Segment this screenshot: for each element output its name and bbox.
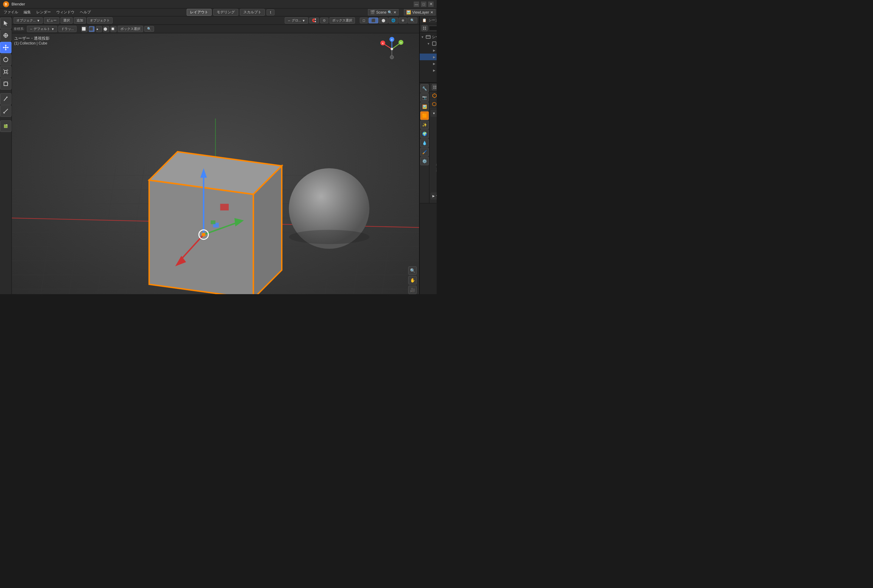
outliner-item-light[interactable]: ▶ Light 👁 📷: [420, 60, 436, 67]
viewport-overlay-5[interactable]: 🔲: [111, 26, 117, 32]
mode-selector[interactable]: オブジェク... ▼: [14, 17, 43, 24]
rotation-z-row: Z 0° 🔒: [433, 154, 436, 161]
properties-content-area: ☰ ↕ Cube 📌: [429, 83, 436, 203]
scale-z-row: Z 1.000 🔒: [433, 183, 436, 190]
render-mode[interactable]: 🌐: [388, 18, 398, 23]
solid-mode[interactable]: ⬛: [369, 18, 378, 23]
xray-toggle[interactable]: 🔍: [408, 18, 417, 23]
outliner-panel-toggle[interactable]: [422, 25, 428, 31]
tool-move[interactable]: [0, 42, 12, 53]
menu-file[interactable]: ファイル: [1, 9, 21, 15]
prop-tab-render[interactable]: 📷: [420, 93, 429, 102]
prop-tab-object[interactable]: 🟧: [420, 111, 429, 120]
viewport-3d[interactable]: ユーザー・透視投影 (1) Collection | Cube Z Y: [12, 33, 419, 294]
add-menu[interactable]: 追加: [74, 17, 86, 24]
mode-label: モード: [433, 163, 436, 167]
properties-tab-strip: 🔧 📷 🖼️ 🟧 ✨ 🌍 💧 🖌️ ⚙️: [420, 83, 429, 203]
delta-arrow: ▶: [432, 194, 435, 198]
tool-rotate[interactable]: [0, 54, 12, 65]
view-menu[interactable]: ビュー: [44, 17, 59, 24]
outliner-item-camera[interactable]: ▶ Camera 👁 📷: [420, 47, 436, 54]
delta-transform-header[interactable]: ▶ デルタトランスフォーム: [430, 192, 436, 200]
transform-arrow: ▼: [432, 112, 435, 115]
outliner-item-cube[interactable]: ▶ Cube 👁 📷: [420, 54, 436, 60]
viewport-overlay-2[interactable]: ⬛: [88, 26, 95, 32]
tool-measure[interactable]: [0, 105, 12, 117]
menu-help[interactable]: ヘルプ: [78, 9, 93, 15]
svg-text:B: B: [5, 3, 7, 6]
svg-rect-19: [4, 82, 8, 86]
prop-tab-constraints[interactable]: ⚙️: [420, 157, 429, 165]
svg-text:X: X: [382, 42, 384, 45]
prop-tab-scene[interactable]: 🔧: [420, 84, 429, 93]
material-mode[interactable]: ⬤: [379, 18, 388, 23]
tool-transform[interactable]: [0, 78, 12, 90]
svg-marker-9: [5, 50, 7, 51]
outliner-items: ▼ シーンコレクション ✓ 👁 📷 ▼ Collection: [420, 32, 436, 82]
wireframe-mode[interactable]: ◻: [360, 18, 368, 23]
viewport-overlay-1[interactable]: ⬜: [81, 26, 87, 32]
global-selector[interactable]: ↔ グロ... ▼: [285, 17, 308, 24]
object-menu[interactable]: オブジェクト: [87, 17, 112, 24]
menu-edit[interactable]: 編集: [21, 9, 33, 15]
svg-rect-70: [220, 204, 229, 210]
overlay-toggle[interactable]: ⊕: [399, 18, 407, 23]
scene-selector[interactable]: 🎬 Scene 🔍 ✕: [368, 9, 399, 15]
outliner-search-input[interactable]: [429, 26, 436, 31]
zoom-icon[interactable]: 🔍: [408, 266, 417, 275]
svg-rect-90: [425, 27, 426, 28]
outliner-item-collection[interactable]: ▼ Collection ✓ 👁 📷: [420, 40, 436, 47]
tab-modeling[interactable]: モデリング: [213, 9, 238, 16]
svg-rect-72: [211, 220, 216, 224]
minimize-button[interactable]: —: [414, 2, 419, 7]
tab-sculpt[interactable]: スカルプト: [240, 9, 265, 16]
rotation-x-row: 回転 X 0° 🔒: [433, 140, 436, 147]
tab-extra[interactable]: t: [267, 9, 274, 15]
svg-point-69: [202, 233, 206, 237]
coord-system[interactable]: ↔ デフォルト ▼: [27, 26, 57, 32]
tool-add-cube[interactable]: +: [0, 120, 12, 132]
transform-section-header[interactable]: ▼ トランスフォーム ⋯: [430, 110, 436, 117]
svg-rect-95: [432, 42, 436, 45]
window-controls: — □ ✕: [414, 2, 434, 7]
tab-layout[interactable]: レイアウト: [187, 9, 212, 16]
outliner-item-sphere[interactable]: ▶ 球 👁 📷: [420, 67, 436, 74]
snap-selector[interactable]: ボックス選択: [330, 17, 355, 24]
prop-tab-particles[interactable]: 🌍: [420, 129, 429, 138]
position-group: 位置 X -0.13101 m 🔒 Y: [430, 118, 436, 190]
prop-tab-physics[interactable]: 💧: [420, 139, 429, 147]
snap-selector-2[interactable]: ボックス選択: [118, 26, 143, 32]
select-menu[interactable]: 選択: [60, 17, 73, 24]
viewport-toolbar: オブジェク... ▼ ビュー 選択 追加 オブジェクト ↔ グロ... ▼ 🧲 …: [12, 16, 419, 25]
props-panel-toggle[interactable]: [432, 84, 436, 90]
viewport-overlay-3[interactable]: ●: [96, 26, 102, 32]
orbit-icon[interactable]: 🎥: [408, 286, 417, 294]
search-btn[interactable]: 🔍: [144, 26, 154, 32]
tool-select[interactable]: [0, 18, 12, 29]
menu-bar: ファイル 編集 レンダー ウィンドウ ヘルプ レイアウト モデリング スカルプト…: [0, 9, 436, 16]
viewport-overlay-4[interactable]: ⬤: [103, 26, 109, 32]
prop-tab-modifier[interactable]: ✨: [420, 120, 429, 129]
close-button[interactable]: ✕: [428, 2, 434, 7]
tool-annotate[interactable]: [0, 93, 12, 105]
proportional-edit[interactable]: ⊙: [320, 18, 328, 23]
snap-button[interactable]: 🧲: [309, 18, 319, 23]
scale-y-row: Y 1.000 🔒: [433, 176, 436, 183]
tool-cursor[interactable]: [0, 30, 12, 41]
viewlayer-selector[interactable]: 🖼️ ViewLayer ✕: [404, 9, 435, 15]
menu-window[interactable]: ウィンドウ: [54, 9, 77, 15]
maximize-button[interactable]: □: [421, 2, 426, 7]
navigation-gizmo[interactable]: Z Y X: [380, 37, 404, 61]
prop-tab-output[interactable]: 🖼️: [420, 102, 429, 111]
outliner-item-scene-collection[interactable]: ▼ シーンコレクション ✓ 👁 📷: [420, 34, 436, 40]
drag-mode[interactable]: ドラッ...: [58, 26, 76, 32]
svg-line-24: [4, 109, 8, 113]
tool-scale[interactable]: [0, 66, 12, 78]
app-logo: B: [3, 1, 9, 7]
properties-icon-tabs: 🔧 📷 🖼️ 🟧 ✨ 🌍 💧 🖌️ ⚙️: [420, 83, 436, 203]
pan-icon[interactable]: ✋: [408, 276, 417, 285]
menu-render[interactable]: レンダー: [34, 9, 53, 15]
prop-tab-material[interactable]: 🖌️: [420, 148, 429, 156]
viewport-right-tools: 🔍 ✋ 🎥 ⊞: [408, 266, 417, 294]
properties-object-header: Cube 📌: [429, 92, 436, 100]
